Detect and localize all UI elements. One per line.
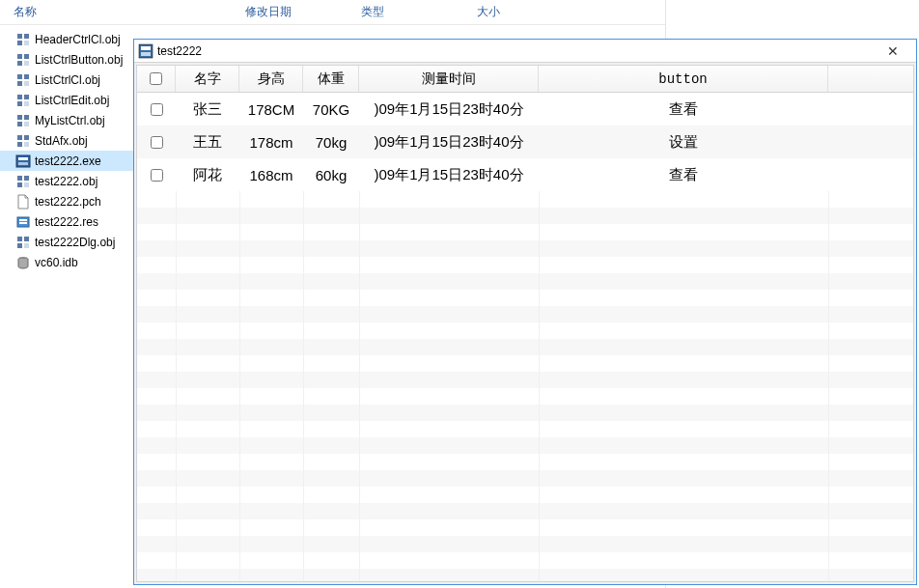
svg-rect-17	[24, 115, 29, 120]
svg-rect-18	[17, 122, 22, 126]
dialog-window: test2222 ✕ 名字 身高 体重 测量时间 button 张三178CM7…	[133, 39, 917, 585]
svg-rect-13	[24, 95, 29, 99]
svg-rect-32	[19, 219, 27, 221]
file-icon	[15, 133, 31, 149]
svg-rect-9	[24, 74, 29, 79]
file-label: ListCtrlEdit.obj	[35, 94, 109, 107]
cell-button[interactable]: 查看	[539, 158, 828, 191]
file-icon	[15, 52, 31, 68]
svg-rect-7	[24, 61, 29, 66]
cell-time: )09年1月15日23时40分	[359, 126, 539, 158]
header-checkbox[interactable]	[150, 72, 162, 85]
col-header-size[interactable]: 大小	[477, 4, 593, 20]
file-icon	[15, 154, 31, 169]
table-row[interactable]: 阿花168cm60kg)09年1月15日23时40分查看	[137, 158, 913, 191]
titlebar[interactable]: test2222 ✕	[134, 40, 916, 63]
close-button[interactable]: ✕	[872, 41, 914, 62]
svg-rect-28	[24, 176, 29, 181]
col-header-checkbox[interactable]	[137, 66, 176, 92]
svg-rect-2	[17, 41, 22, 45]
svg-rect-12	[17, 95, 22, 99]
svg-rect-4	[17, 54, 22, 59]
file-label: MyListCtrl.obj	[35, 114, 105, 127]
app-icon	[138, 43, 153, 59]
svg-rect-23	[24, 142, 29, 147]
cell-name: 王五	[176, 126, 239, 158]
file-label: test2222.pch	[35, 195, 101, 209]
file-icon	[15, 174, 31, 189]
listview-rows: 张三178CM70KG)09年1月15日23时40分查看王五178cm70kg)…	[137, 93, 913, 581]
svg-rect-40	[141, 46, 151, 50]
cell-button[interactable]: 查看	[539, 93, 828, 126]
row-checkbox-cell	[137, 126, 176, 158]
svg-rect-15	[24, 101, 29, 106]
file-label: test2222Dlg.obj	[35, 236, 115, 249]
file-icon	[15, 113, 31, 128]
file-label: ListCtrlButton.obj	[35, 53, 123, 67]
svg-rect-6	[17, 61, 22, 66]
row-checkbox[interactable]	[151, 103, 163, 116]
row-checkbox-cell	[137, 158, 176, 191]
file-label: ListCtrlCl.obj	[35, 73, 100, 87]
col-header-type[interactable]: 类型	[361, 4, 477, 20]
svg-rect-14	[17, 101, 22, 106]
cell-weight: 60kg	[303, 158, 359, 191]
svg-rect-37	[24, 243, 29, 248]
svg-rect-20	[17, 135, 22, 140]
cell-button[interactable]: 设置	[539, 126, 828, 158]
listview-header[interactable]: 名字 身高 体重 测量时间 button	[137, 66, 913, 93]
col-header-time[interactable]: 测量时间	[359, 66, 539, 92]
file-label: vc60.idb	[35, 256, 78, 269]
col-header-weight[interactable]: 体重	[303, 66, 359, 92]
svg-rect-19	[24, 122, 29, 126]
file-label: HeaderCtrlCl.obj	[35, 33, 121, 46]
row-checkbox[interactable]	[151, 136, 163, 149]
file-icon	[15, 93, 31, 108]
cell-weight: 70kg	[303, 126, 359, 158]
file-icon	[15, 32, 31, 47]
file-icon	[15, 255, 31, 270]
svg-rect-10	[17, 81, 22, 86]
file-icon	[15, 235, 31, 250]
cell-name: 张三	[176, 93, 239, 126]
svg-rect-16	[17, 115, 22, 120]
svg-rect-5	[24, 54, 29, 59]
col-header-height[interactable]: 身高	[239, 66, 303, 92]
svg-rect-30	[24, 182, 29, 187]
col-header-button[interactable]: button	[539, 66, 828, 92]
file-icon	[15, 194, 31, 210]
col-header-date[interactable]: 修改日期	[245, 4, 361, 20]
svg-rect-1	[24, 34, 29, 39]
explorer-column-header[interactable]: 名称 修改日期 类型 大小	[0, 0, 665, 25]
cell-time: )09年1月15日23时40分	[359, 158, 539, 191]
file-label: test2222.obj	[35, 175, 97, 188]
dialog-body: 名字 身高 体重 测量时间 button 张三178CM70KG)09年1月15…	[134, 63, 916, 584]
cell-height: 178cm	[239, 126, 303, 158]
cell-name: 阿花	[176, 158, 239, 191]
svg-rect-22	[17, 142, 22, 147]
cell-height: 178CM	[239, 93, 303, 126]
file-label: StdAfx.obj	[35, 134, 88, 148]
svg-rect-0	[17, 34, 22, 39]
file-label: test2222.exe	[35, 154, 101, 168]
svg-rect-8	[17, 74, 22, 79]
table-row[interactable]: 王五178cm70kg)09年1月15日23时40分设置	[137, 126, 913, 158]
svg-rect-29	[17, 182, 22, 187]
svg-rect-26	[18, 162, 28, 165]
svg-rect-33	[19, 222, 27, 224]
row-checkbox[interactable]	[151, 169, 163, 182]
file-label: test2222.res	[35, 215, 98, 229]
svg-rect-3	[24, 41, 29, 45]
col-header-name[interactable]: 名字	[176, 66, 239, 92]
col-header-name[interactable]: 名称	[14, 4, 245, 20]
cell-height: 168cm	[239, 158, 303, 191]
cell-weight: 70KG	[303, 93, 359, 126]
window-title: test2222	[157, 44, 868, 58]
table-row[interactable]: 张三178CM70KG)09年1月15日23时40分查看	[137, 93, 913, 126]
svg-rect-34	[17, 237, 22, 241]
cell-time: )09年1月15日23时40分	[359, 93, 539, 126]
svg-rect-41	[141, 52, 151, 56]
svg-rect-11	[24, 81, 29, 86]
listview[interactable]: 名字 身高 体重 测量时间 button 张三178CM70KG)09年1月15…	[136, 65, 914, 582]
close-icon: ✕	[887, 43, 899, 59]
